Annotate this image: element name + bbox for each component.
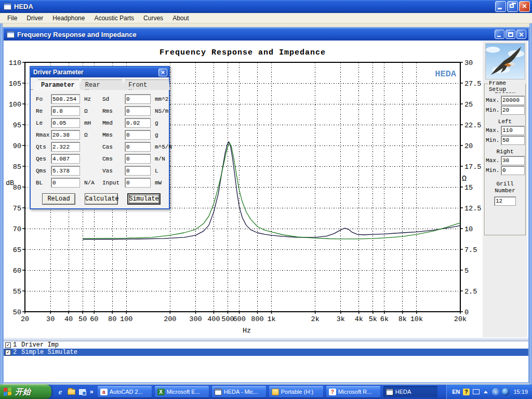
x-tick-label: 500	[221, 315, 234, 323]
field-input-sd[interactable]	[125, 95, 150, 103]
folder-icon[interactable]	[67, 388, 75, 396]
mdi-close-button[interactable]: ✕	[516, 30, 526, 39]
quick-launch-overflow-icon[interactable]: »	[89, 388, 95, 395]
field-input-re[interactable]	[51, 107, 79, 115]
app-icon	[4, 3, 11, 10]
taskbar-item-heda-mic-[interactable]: HEDA - Mic...	[212, 386, 266, 397]
taskbar-item-autocad-2-[interactable]: aAutoCAD 2...	[98, 386, 152, 397]
field-input-cms[interactable]	[125, 154, 150, 163]
frame-bottom-max-input[interactable]	[501, 96, 524, 104]
mdi-minimize-button[interactable]	[495, 30, 504, 39]
x-tick-label: 2k	[311, 315, 320, 323]
menu-item-file[interactable]: File	[3, 14, 21, 23]
menu-item-curves[interactable]: Curves	[139, 14, 167, 23]
globe-tray-icon[interactable]	[502, 388, 509, 395]
field-label-cms: Cms	[101, 156, 125, 162]
side-panel: Frame Setup BottomMax.Min.LeftMax.Min.Ri…	[483, 41, 527, 337]
field-input-cas[interactable]	[125, 142, 150, 151]
field-input-qts[interactable]	[51, 142, 79, 151]
field-input-mmd[interactable]	[125, 118, 150, 127]
tab-front-hous-[interactable]: Front Hous.	[120, 79, 170, 90]
dialog-buttons: ReLoadCalculateSimulate	[31, 189, 169, 205]
field-input-qes[interactable]	[51, 154, 79, 163]
mdi-title: Frequency Response and Impedance	[17, 31, 495, 38]
field-input-le[interactable]	[51, 118, 79, 127]
dialog-close-button[interactable]: ✕	[158, 69, 167, 76]
min-label: Min.	[486, 167, 501, 174]
task-label: AutoCAD 2...	[110, 389, 143, 395]
simulate-button[interactable]: Simulate	[127, 193, 161, 205]
menu-item-acoustic-parts[interactable]: Acoustic Parts	[90, 14, 138, 23]
clock[interactable]: 15:19	[512, 389, 528, 395]
splitter-handle[interactable]	[4, 337, 528, 341]
x-tick-label: 40	[64, 315, 73, 323]
right-axis-unit: Ω	[462, 175, 467, 183]
start-button[interactable]: 开始	[0, 384, 51, 399]
taskbar-item-microsoft-e-[interactable]: XMicrosoft E...	[155, 386, 209, 397]
curve-checkbox-1[interactable]: ✓	[5, 342, 11, 348]
show-desktop-icon[interactable]	[78, 388, 86, 396]
x-tick-label: 50	[78, 315, 87, 323]
field-input-bl[interactable]	[51, 178, 79, 187]
field-input-input[interactable]	[125, 178, 150, 187]
right-tick-label: 17.5	[464, 163, 481, 171]
history-tray-icon[interactable]: ‹	[492, 388, 499, 395]
tab-rear-hous-[interactable]: Rear Hous.	[77, 79, 123, 90]
frame-right-max-input[interactable]	[501, 156, 524, 165]
taskbar-item-microsoft-r-[interactable]: ?Microsoft R...	[326, 386, 380, 397]
calculate-button[interactable]: Calculate	[85, 193, 118, 205]
menu-item-about[interactable]: About	[168, 14, 193, 23]
x-tick-label: 6k	[380, 315, 389, 323]
field-input-rms[interactable]	[125, 107, 150, 115]
language-indicator[interactable]: EN	[452, 389, 460, 395]
field-input-vas[interactable]	[125, 166, 150, 175]
curve-row-1[interactable]: ✓1Driver Imp	[4, 341, 528, 349]
chevron-tray-icon[interactable]	[482, 388, 489, 395]
mdi-maximize-button[interactable]	[506, 30, 515, 39]
max-label: Max.	[486, 97, 501, 103]
task-label: HEDA	[395, 389, 411, 395]
field-label-vas: Vas	[101, 168, 125, 174]
field-input-rmax[interactable]	[51, 130, 79, 139]
frame-right-min-input[interactable]	[501, 166, 524, 175]
x-tick-label: 10k	[410, 315, 423, 323]
taskbar-item-portable-h-[interactable]: Portable (H:)	[269, 386, 323, 397]
frame-left-min-row: Min.	[486, 136, 524, 144]
reload-button[interactable]: ReLoad	[42, 193, 75, 205]
tab-parameter[interactable]: Parameter	[33, 79, 80, 90]
frame-left-max-input[interactable]	[501, 126, 524, 135]
left-tick-label: 80	[13, 184, 21, 192]
frame-right-max-row: Max.	[486, 156, 524, 165]
right-tick-label: 20	[464, 142, 473, 150]
curve-row-2[interactable]: ✓2Simple Simulate	[4, 349, 528, 356]
grill-number-input[interactable]	[495, 197, 515, 205]
frame-bottom-min-input[interactable]	[501, 106, 524, 114]
left-tick-label: 105	[9, 80, 21, 88]
max-label: Max.	[486, 157, 501, 164]
field-unit-rms: NS/m	[152, 108, 173, 114]
x-tick-label: 5k	[369, 315, 377, 323]
left-tick-label: 100	[9, 101, 21, 109]
curve-checkbox-2[interactable]: ✓	[5, 350, 11, 355]
menu-item-headphone[interactable]: Headphone	[48, 14, 89, 23]
taskbar-item-heda[interactable]: HEDA	[383, 386, 437, 397]
ie-icon[interactable]: e	[56, 388, 64, 396]
field-label-cas: Cas	[101, 144, 125, 150]
help-tray-icon[interactable]: ?	[462, 388, 470, 395]
field-input-mms[interactable]	[125, 130, 150, 139]
minimize-button[interactable]	[495, 1, 506, 12]
frame-bottom-max-row: Max.	[486, 96, 524, 104]
close-button[interactable]: ✕	[519, 1, 530, 12]
frame-left-min-input[interactable]	[501, 136, 524, 144]
left-tick-label: 110	[9, 59, 21, 67]
restore-button[interactable]	[507, 1, 518, 12]
left-tick-label: 75	[13, 205, 21, 212]
display-tray-icon[interactable]	[472, 388, 480, 395]
quick-launch: e »	[51, 388, 98, 396]
left-axis-unit: dB	[6, 179, 14, 187]
menu-item-driver[interactable]: Driver	[22, 14, 47, 23]
frame-left-max-row: Max.	[486, 126, 524, 135]
autocad-icon: a	[100, 389, 108, 395]
field-input-qms[interactable]	[51, 166, 79, 175]
field-input-fo[interactable]	[51, 95, 79, 103]
